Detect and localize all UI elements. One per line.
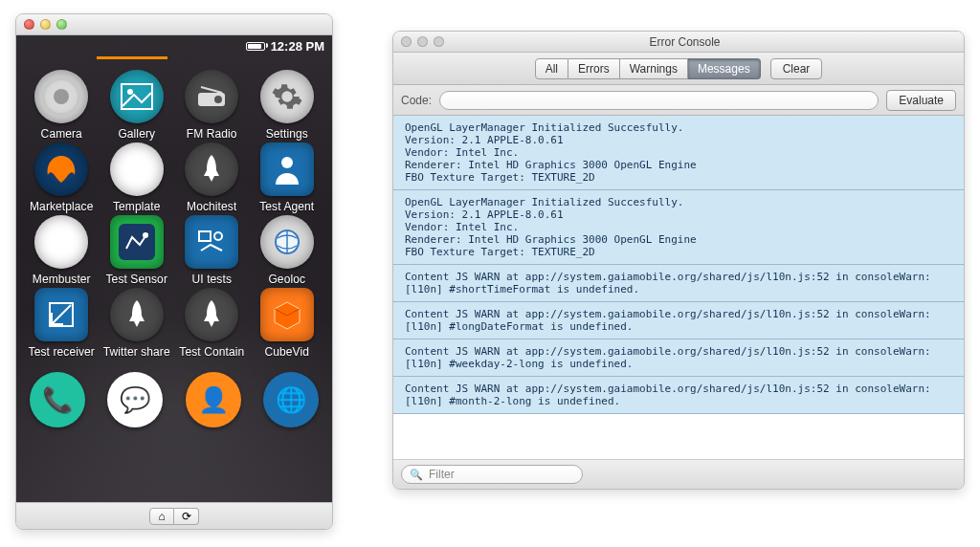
svg-line-12 [52,305,71,324]
app-membuster[interactable]: Membuster [26,215,98,286]
app-icon [260,142,314,196]
search-icon: 🔍 [410,469,423,481]
console-titlebar[interactable]: Error Console [393,32,964,53]
status-time: 12:28 PM [271,39,324,54]
app-icon [185,142,238,196]
app-twitter-share[interactable]: Twitter share [101,288,173,359]
zoom-icon[interactable] [434,36,444,47]
app-cubevid[interactable]: CubeVid [252,288,323,359]
app-gallery[interactable]: Gallery [101,70,173,141]
code-input[interactable] [439,91,879,110]
app-icon [34,142,88,196]
app-marketplace[interactable]: Marketplace [26,142,98,213]
tab-all[interactable]: All [535,58,568,79]
app-ui-tests[interactable]: UI tests [176,215,248,286]
tab-messages[interactable]: Messages [688,58,761,79]
message-list[interactable]: OpenGL LayerManager Initialized Succesfu… [393,116,964,460]
app-fm-radio[interactable]: FM Radio [176,70,248,141]
home-button[interactable]: ⌂ [149,508,174,525]
console-message[interactable]: Content JS WARN at app://system.gaiamobi… [393,339,964,377]
app-label: UI tests [192,273,232,286]
code-evaluate-row: Code: Evaluate [393,85,964,116]
dock-phone[interactable]: 📞 [30,372,85,427]
message-icon: 💬 [107,372,163,427]
app-label: Mochitest [187,200,236,213]
svg-rect-8 [199,231,211,241]
svg-point-1 [127,89,133,95]
evaluate-button[interactable]: Evaluate [886,90,956,111]
app-icon [110,142,164,196]
app-icon [185,70,238,123]
console-message[interactable]: Content JS WARN at app://system.gaiamobi… [393,377,964,414]
app-settings[interactable]: Settings [252,70,323,141]
console-toolbar: All Errors Warnings Messages Clear [393,53,964,85]
filter-input[interactable]: 🔍 Filter [401,465,583,484]
console-message[interactable]: Content JS WARN at app://system.gaiamobi… [393,265,964,302]
tab-warnings[interactable]: Warnings [620,58,688,79]
app-label: FM Radio [187,127,237,141]
app-label: Test Sensor [106,273,167,286]
app-label: Test receiver [29,345,95,359]
svg-line-4 [201,87,222,93]
filter-placeholder: Filter [429,468,455,481]
app-label: Gallery [118,127,155,141]
tab-errors[interactable]: Errors [568,58,620,79]
dock-browser[interactable]: 🌐 [263,372,319,427]
app-label: Test Contain [179,345,244,359]
home-screen-grid: Camera Gallery FM Radio Settings Marketp… [16,56,332,362]
code-label: Code: [401,94,432,107]
app-camera[interactable]: Camera [26,70,98,141]
error-console-window: Error Console All Errors Warnings Messag… [392,31,965,490]
rotate-icon: ⟳ [182,510,191,523]
svg-point-3 [214,96,222,103]
app-icon [185,215,238,269]
app-label: Template [113,200,161,213]
phone-screen: 12:28 PM Camera Gallery FM Radio Setting… [16,35,332,502]
dock-contact[interactable]: 👤 [186,372,241,427]
rotate-button[interactable]: ⟳ [174,508,199,525]
window-title: Error Console [450,35,964,49]
active-page-indicator [97,56,167,59]
close-icon[interactable] [24,19,34,30]
app-label: Geoloc [268,273,305,286]
minimize-icon[interactable] [40,19,51,30]
svg-point-7 [143,232,148,238]
minimize-icon[interactable] [417,36,428,47]
browser-icon: 🌐 [263,372,319,427]
filter-segmented-control: All Errors Warnings Messages [535,58,761,79]
app-label: Camera [41,127,82,141]
phone-icon: 📞 [30,372,85,427]
console-message[interactable]: Content JS WARN at app://system.gaiamobi… [393,302,964,339]
app-icon [110,215,164,269]
app-test-receiver[interactable]: Test receiver [26,288,98,359]
app-test-contain[interactable]: Test Contain [176,288,248,359]
phone-simulator-window: 12:28 PM Camera Gallery FM Radio Setting… [15,13,333,530]
app-mochitest[interactable]: Mochitest [176,142,248,213]
app-test-agent[interactable]: Test Agent [252,142,323,213]
app-icon [110,70,164,123]
app-icon [34,215,88,269]
console-message[interactable]: OpenGL LayerManager Initialized Succesfu… [393,190,964,265]
home-icon: ⌂ [158,510,165,523]
dock-message[interactable]: 💬 [107,372,163,427]
clear-button[interactable]: Clear [770,58,823,79]
app-test-sensor[interactable]: Test Sensor [101,215,173,286]
svg-point-6 [281,157,293,168]
zoom-icon[interactable] [56,19,67,30]
console-message[interactable]: OpenGL LayerManager Initialized Succesfu… [393,116,964,190]
svg-point-9 [214,232,222,240]
app-icon [260,288,314,341]
app-label: Marketplace [30,200,93,213]
app-template[interactable]: Template [101,142,173,213]
app-label: Twitter share [103,345,170,359]
close-icon[interactable] [401,36,412,47]
battery-icon [246,42,265,51]
app-label: Membuster [33,273,91,286]
phone-titlebar[interactable] [16,14,332,35]
app-label: Test Agent [259,200,314,213]
app-icon [260,70,314,123]
app-icon [110,288,164,341]
statusbar: 12:28 PM [16,35,332,56]
app-icon [34,70,88,123]
app-geoloc[interactable]: Geoloc [252,215,323,286]
